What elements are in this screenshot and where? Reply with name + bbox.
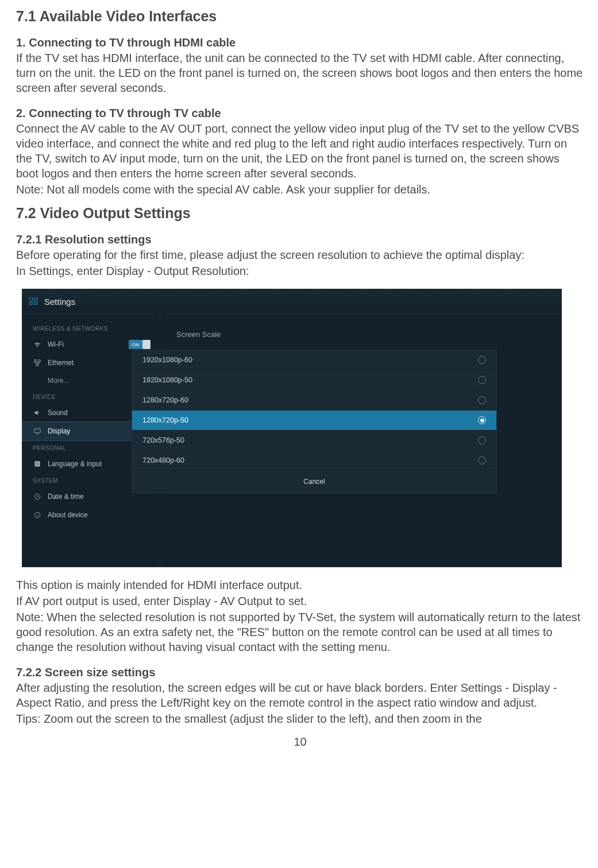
subheading-resolution: 7.2.1 Resolution settings (16, 233, 584, 246)
note-av-cable: Note: Not all models come with the speci… (16, 182, 584, 197)
resolution-option-label: 1920x1080p-50 (142, 376, 192, 384)
svg-rect-5 (38, 360, 41, 362)
subheading-screen-size: 7.2.2 Screen size settings (16, 666, 584, 679)
paragraph-after-shot-2: If AV port output is used, enter Display… (16, 594, 584, 609)
subheading-tv-cable: 2. Connecting to TV through TV cable (16, 107, 584, 120)
section-heading-7-1: 7.1 Available Video Interfaces (16, 8, 584, 25)
cancel-button[interactable]: Cancel (132, 470, 496, 493)
paragraph-screen-size: After adjusting the resolution, the scre… (16, 680, 584, 710)
settings-title: Settings (44, 297, 75, 307)
settings-icon (27, 295, 40, 308)
svg-rect-7 (34, 429, 41, 433)
option-screen-scale[interactable]: Screen Scale (160, 324, 561, 344)
svg-rect-4 (34, 360, 37, 362)
resolution-option-label: 1920x1080p-60 (142, 356, 192, 364)
wifi-icon (33, 340, 42, 349)
page-number: 10 (16, 735, 584, 749)
sidebar-heading-wireless: WIRELESS & NETWORKS (22, 321, 160, 335)
resolution-option-label: 720x480p-60 (142, 456, 184, 464)
subheading-hdmi: 1. Connecting to TV through HDMI cable (16, 36, 584, 49)
resolution-option-label: 720x576p-50 (142, 436, 184, 444)
paragraph-resolution-1: Before operating for the first time, ple… (16, 247, 584, 262)
svg-text:A: A (36, 462, 38, 466)
resolution-option[interactable]: 720x576p-50 (132, 430, 496, 450)
radio-icon (478, 376, 486, 384)
paragraph-resolution-2: In Settings, enter Display - Output Reso… (16, 264, 584, 278)
sidebar-item-about[interactable]: About device (22, 506, 160, 524)
resolution-option[interactable]: 1280x720p-60 (132, 390, 496, 410)
resolution-option[interactable]: 1920x1080p-60 (132, 350, 496, 370)
display-icon (33, 427, 42, 436)
resolution-option[interactable]: 1280x720p-50 (132, 410, 496, 430)
radio-icon (478, 396, 486, 404)
sidebar-item-label: More... (48, 377, 69, 385)
paragraph-tv-cable: Connect the AV cable to the AV OUT port,… (16, 121, 584, 181)
radio-icon (478, 416, 486, 424)
settings-header: Settings (22, 289, 561, 314)
resolution-option-label: 1280x720p-60 (142, 396, 188, 404)
radio-icon (478, 456, 486, 464)
sound-icon (33, 408, 42, 417)
radio-icon (478, 356, 486, 364)
resolution-option-label: 1280x720p-50 (142, 416, 188, 424)
sidebar-item-label: Language & input (48, 460, 102, 468)
svg-rect-2 (29, 303, 32, 304)
sidebar-item-label: Date & time (48, 493, 84, 501)
resolution-modal: 1920x1080p-60 1920x1080p-50 1280x720p-60… (132, 350, 497, 493)
info-icon (33, 510, 42, 520)
sidebar-item-label: Ethernet (48, 359, 74, 367)
svg-rect-3 (34, 303, 37, 304)
sidebar-item-label: Sound (48, 409, 68, 417)
settings-screenshot: Settings WIRELESS & NETWORKS Wi-Fi ON Et… (22, 289, 562, 567)
sidebar-item-label: About device (48, 511, 87, 519)
sidebar-item-label: Display (48, 427, 70, 435)
svg-rect-6 (36, 364, 38, 366)
paragraph-after-shot-1: This option is mainly intended for HDMI … (16, 578, 584, 592)
paragraph-after-shot-3: Note: When the selected resolution is no… (16, 610, 584, 654)
paragraph-tips: Tips: Zoom out the screen to the smalles… (16, 711, 584, 726)
resolution-option[interactable]: 1920x1080p-50 (132, 370, 496, 390)
svg-rect-0 (29, 298, 32, 301)
radio-icon (478, 436, 486, 444)
sidebar-item-label: Wi-Fi (48, 340, 64, 348)
paragraph-hdmi: If the TV set has HDMI interface, the un… (16, 51, 584, 95)
svg-rect-1 (34, 298, 37, 301)
ethernet-icon (33, 358, 42, 367)
section-heading-7-2: 7.2 Video Output Settings (16, 205, 584, 222)
clock-icon (33, 492, 42, 501)
wifi-toggle[interactable]: ON (129, 340, 151, 349)
resolution-option[interactable]: 720x480p-60 (132, 450, 496, 470)
language-icon: A (33, 459, 42, 468)
settings-content: Screen Scale HDMI 1920x1080p-60 1920x108… (160, 314, 561, 567)
